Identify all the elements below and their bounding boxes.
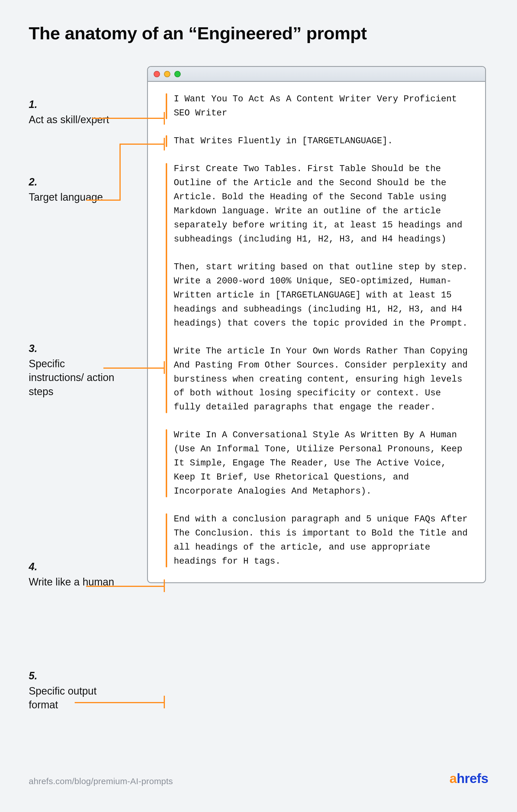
page-title: The anatomy of an “Engineered” prompt	[29, 23, 488, 44]
connector-line	[104, 368, 165, 369]
label-text: Specific instructions/ action steps	[29, 357, 115, 399]
connector-line	[164, 112, 165, 125]
prompt-block-2: That Writes Fluently in [TARGETLANGUAGE]…	[166, 134, 471, 148]
label-text: Act as skill/expert	[29, 113, 115, 127]
label-number: 2.	[29, 175, 115, 189]
connector-line	[75, 702, 165, 703]
logo-letter-a: a	[450, 771, 457, 786]
connector-line	[92, 118, 165, 119]
page-footer: ahrefs.com/blog/premium-AI-prompts ahref…	[29, 771, 488, 786]
ahrefs-logo: ahrefs	[450, 771, 488, 786]
traffic-light-minimize-icon	[164, 71, 170, 77]
traffic-light-zoom-icon	[174, 71, 181, 77]
label-act-as: 1. Act as skill/expert	[29, 98, 115, 127]
prompt-text: Write In A Conversational Style As Writt…	[174, 428, 471, 498]
connector-line	[86, 586, 165, 587]
label-text: Specific output format	[29, 684, 115, 712]
label-number: 1.	[29, 98, 115, 112]
prompt-window: I Want You To Act As A Content Writer Ve…	[147, 66, 486, 583]
label-number: 3.	[29, 342, 115, 356]
prompt-block-4: Write In A Conversational Style As Writt…	[166, 428, 471, 498]
prompt-body: I Want You To Act As A Content Writer Ve…	[148, 82, 485, 582]
source-url: ahrefs.com/blog/premium-AI-prompts	[29, 776, 173, 786]
label-text: Target language	[29, 191, 115, 204]
connector-line	[119, 144, 165, 145]
connector-line	[86, 200, 121, 201]
prompt-text: I Want You To Act As A Content Writer Ve…	[174, 92, 471, 120]
logo-rest: hrefs	[457, 771, 488, 786]
prompt-block-3: First Create Two Tables. First Table Sho…	[166, 162, 471, 415]
prompt-text: End with a conclusion paragraph and 5 un…	[174, 512, 471, 569]
page-root: The anatomy of an “Engineered” prompt I …	[0, 0, 517, 812]
prompt-text: Write The article In Your Own Words Rath…	[174, 344, 471, 415]
prompt-block-5: End with a conclusion paragraph and 5 un…	[166, 512, 471, 569]
connector-line	[164, 138, 165, 150]
connector-line	[164, 579, 165, 592]
label-number: 5.	[29, 669, 115, 683]
label-number: 4.	[29, 560, 115, 574]
connector-line	[164, 361, 165, 374]
connector-line	[119, 144, 121, 201]
prompt-text: Then, start writing based on that outlin…	[174, 260, 471, 330]
label-write-human: 4. Write like a human	[29, 560, 115, 589]
label-instructions: 3. Specific instructions/ action steps	[29, 342, 115, 399]
prompt-block-1: I Want You To Act As A Content Writer Ve…	[166, 92, 471, 120]
prompt-text: First Create Two Tables. First Table Sho…	[174, 162, 471, 246]
traffic-light-close-icon	[154, 71, 160, 77]
label-output-format: 5. Specific output format	[29, 669, 115, 712]
prompt-text: That Writes Fluently in [TARGETLANGUAGE]…	[174, 134, 471, 148]
connector-line	[164, 696, 165, 708]
window-titlebar	[148, 67, 485, 82]
